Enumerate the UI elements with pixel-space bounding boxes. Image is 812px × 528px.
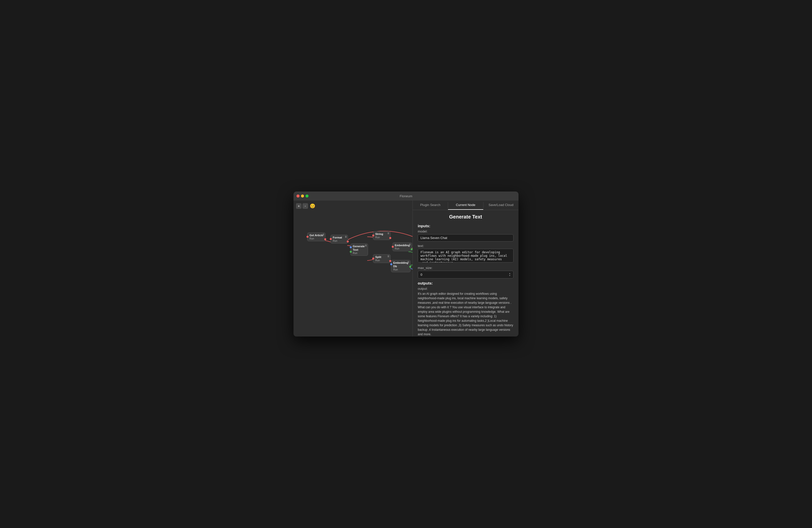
right-panel: Plugin Search Current Node Save/Load Clo… [413, 201, 519, 337]
node-trash-format1[interactable]: 🗑 [345, 235, 347, 238]
port-gen1-in-blue [350, 246, 352, 248]
port-emb-db-in-blue [390, 263, 392, 265]
add-node-button[interactable]: + [296, 203, 302, 209]
node-trash-embedding[interactable]: 🗑 [409, 243, 411, 246]
right-content: Generate Text inputs: model: text: Flone… [413, 210, 519, 337]
spinner-down[interactable]: ▼ [509, 275, 511, 277]
node-trash-split[interactable]: 🗑 [387, 255, 390, 258]
main-content: + - 😊 [293, 201, 519, 337]
output-label: output: [418, 287, 513, 291]
minimize-button[interactable] [301, 194, 304, 197]
port-embedding-in-red [392, 246, 394, 248]
node-label-get-article: Run [309, 237, 323, 240]
inputs-header: inputs: [418, 224, 513, 228]
port-format1-out [347, 240, 349, 243]
max-size-label: max_size: [418, 266, 513, 270]
output-text: It's an AI graph editor designed for cre… [418, 292, 513, 337]
port-gen1-in-green [350, 251, 352, 253]
model-input[interactable] [418, 234, 513, 241]
node-label-gen1: Run [353, 252, 366, 254]
model-label: model: [418, 230, 513, 233]
maximize-button[interactable] [305, 194, 308, 197]
window-title: Floneum [400, 194, 412, 198]
node-trash-embedding-db[interactable]: 🗑 [407, 261, 409, 263]
right-tabs: Plugin Search Current Node Save/Load Clo… [413, 201, 519, 210]
tab-current-node[interactable]: Current Node [448, 201, 483, 210]
app-window: Floneum + - 😊 [293, 191, 519, 337]
node-format1[interactable]: 🗑 Format Run [331, 235, 348, 244]
node-generate-text1[interactable]: 🗑 Generate Text Run [350, 244, 368, 256]
node-embedding[interactable]: 🗑 Embedding Run [392, 243, 412, 251]
tab-plugin-search[interactable]: Plugin Search [413, 201, 448, 210]
port-string-out [389, 237, 391, 239]
node-label-split: Run [375, 259, 388, 262]
graph-panel: + - 😊 [293, 201, 413, 337]
node-title-get-article: Get Article [309, 234, 323, 237]
traffic-lights [296, 194, 308, 197]
node-split[interactable]: 🗑 Split Run [373, 254, 391, 263]
node-get-article[interactable]: 🗑 Get Article Run [307, 233, 325, 241]
node-embedding-db[interactable]: 🗑 Embedding Db Run [391, 260, 410, 272]
spinner-up[interactable]: ▲ [509, 273, 511, 275]
emoji-button[interactable]: 😊 [309, 203, 316, 209]
node-title-string: String [375, 233, 388, 235]
node-title-db: Db [393, 265, 408, 268]
node-title-gen1-text: Text [353, 248, 366, 251]
connections-svg [293, 210, 412, 337]
graph-toolbar: + - 😊 [293, 201, 412, 211]
node-label-embedding-db: Run [393, 268, 408, 271]
panel-title: Generate Text [418, 214, 513, 220]
node-label-embedding: Run [395, 247, 410, 250]
node-label-format1: Run [333, 239, 346, 242]
outputs-header: outputs: [418, 281, 513, 285]
node-title-gen1: Generate [353, 245, 366, 248]
port-get-article-in [306, 236, 308, 238]
node-title-split: Split [375, 255, 388, 259]
port-format1-in [330, 238, 332, 240]
tab-save-load-cloud[interactable]: Save/Load Cloud [483, 201, 519, 210]
max-size-field: 0 ▲ ▼ [418, 271, 513, 279]
text-label: text: [418, 244, 513, 248]
remove-node-button[interactable]: - [303, 203, 308, 209]
max-size-value: 0 [420, 273, 422, 277]
node-trash-get-article[interactable]: 🗑 [322, 233, 324, 236]
graph-canvas[interactable]: 🗑 Get Article Run 🗑 Format Run 🗑 [293, 210, 412, 337]
port-split-in [372, 258, 374, 260]
node-title-embedding: Embedding [395, 244, 410, 247]
text-input[interactable]: Floneum is an AI graph editor for develo… [418, 249, 513, 263]
port-emb-db-out-green [409, 266, 411, 268]
node-title-embedding-db: Embedding [393, 261, 408, 264]
number-spinner[interactable]: ▲ ▼ [509, 273, 511, 277]
port-string-in [372, 235, 374, 236]
titlebar: Floneum [293, 191, 519, 201]
node-trash-generate-text1[interactable]: 🗑 [365, 244, 367, 247]
node-string[interactable]: 🗑 String Run [373, 231, 391, 240]
outputs-section: outputs: output: It's an AI graph editor… [418, 281, 513, 337]
close-button[interactable] [296, 194, 300, 197]
node-trash-string[interactable]: 🗑 [387, 232, 390, 235]
port-embedding-out-green [411, 248, 413, 250]
node-title-format1: Format [333, 236, 346, 239]
node-label-string: Run [375, 236, 388, 239]
